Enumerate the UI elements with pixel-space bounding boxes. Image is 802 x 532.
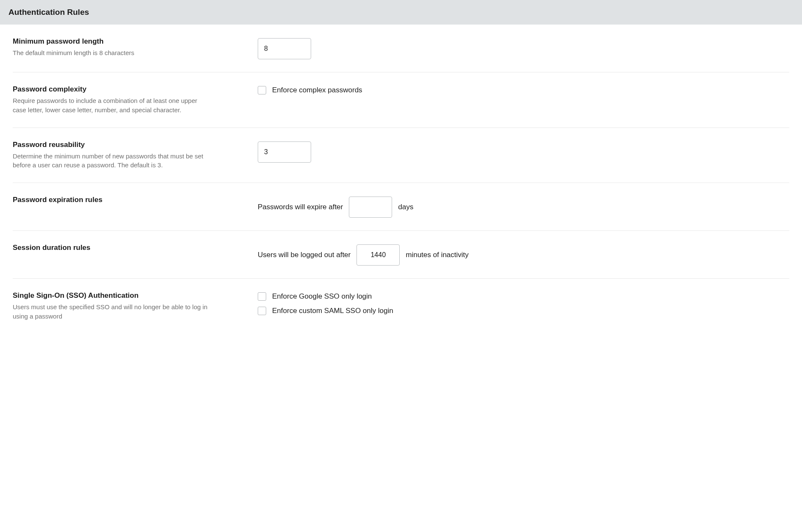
section-description: Determine the minimum number of new pass… — [13, 152, 212, 170]
inline-control-row: Users will be logged out after minutes o… — [258, 244, 469, 266]
page-title: Authentication Rules — [8, 8, 794, 17]
section-title: Minimum password length — [13, 37, 232, 46]
section-controls: Enforce complex passwords — [258, 85, 789, 94]
prefix-text: Users will be logged out after — [258, 251, 351, 259]
suffix-text: minutes of inactivity — [406, 251, 468, 259]
min-password-length-input[interactable] — [258, 38, 311, 59]
password-reusability-input[interactable] — [258, 141, 311, 163]
section-sso-authentication: Single Sign-On (SSO) Authentication User… — [13, 279, 789, 334]
enforce-google-sso-checkbox[interactable] — [258, 292, 266, 301]
section-text: Password complexity Require passwords to… — [13, 85, 258, 115]
enforce-saml-sso-checkbox[interactable] — [258, 307, 266, 315]
suffix-text: days — [398, 203, 413, 211]
checkbox-row-saml-sso: Enforce custom SAML SSO only login — [258, 307, 393, 315]
page-header: Authentication Rules — [0, 0, 802, 25]
checkbox-row-google-sso: Enforce Google SSO only login — [258, 292, 372, 301]
prefix-text: Passwords will expire after — [258, 203, 343, 211]
section-password-complexity: Password complexity Require passwords to… — [13, 72, 789, 128]
section-password-expiration: Password expiration rules Passwords will… — [13, 183, 789, 231]
checkbox-row-enforce-complex: Enforce complex passwords — [258, 86, 362, 94]
section-description: Require passwords to include a combinati… — [13, 96, 212, 115]
inline-control-row: Passwords will expire after days — [258, 197, 413, 218]
settings-content: Minimum password length The default mini… — [0, 25, 802, 334]
section-controls — [258, 141, 789, 163]
section-title: Single Sign-On (SSO) Authentication — [13, 291, 232, 300]
checkbox-label: Enforce custom SAML SSO only login — [272, 307, 393, 315]
section-text: Session duration rules — [13, 244, 258, 255]
section-title: Session duration rules — [13, 244, 232, 252]
section-password-reusability: Password reusability Determine the minim… — [13, 128, 789, 183]
section-description: Users must use the specified SSO and wil… — [13, 302, 212, 321]
section-controls: Enforce Google SSO only login Enforce cu… — [258, 291, 789, 315]
section-min-password-length: Minimum password length The default mini… — [13, 25, 789, 72]
section-text: Single Sign-On (SSO) Authentication User… — [13, 291, 258, 321]
section-title: Password complexity — [13, 85, 232, 94]
section-title: Password expiration rules — [13, 196, 232, 204]
section-session-duration: Session duration rules Users will be log… — [13, 231, 789, 279]
session-duration-minutes-input[interactable] — [356, 244, 400, 266]
section-controls: Passwords will expire after days — [258, 196, 789, 218]
checkbox-label: Enforce Google SSO only login — [272, 292, 372, 301]
section-description: The default minimum length is 8 characte… — [13, 48, 212, 58]
enforce-complex-passwords-checkbox[interactable] — [258, 86, 266, 94]
section-text: Password reusability Determine the minim… — [13, 141, 258, 170]
section-controls — [258, 37, 789, 59]
section-title: Password reusability — [13, 141, 232, 149]
section-text: Minimum password length The default mini… — [13, 37, 258, 58]
section-text: Password expiration rules — [13, 196, 258, 207]
password-expiration-days-input[interactable] — [349, 197, 392, 218]
checkbox-label: Enforce complex passwords — [272, 86, 362, 94]
section-controls: Users will be logged out after minutes o… — [258, 244, 789, 266]
